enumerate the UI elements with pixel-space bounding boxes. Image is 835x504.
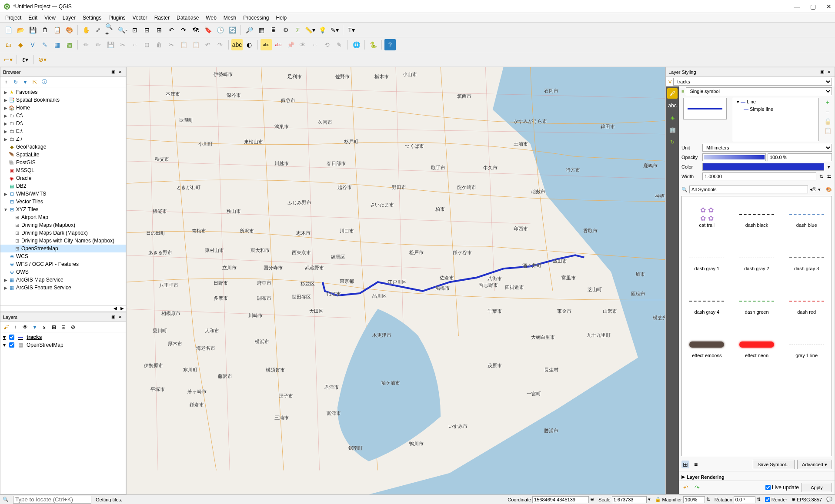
layers-remove-icon[interactable]: ⊘ — [69, 323, 77, 331]
browser-item[interactable]: ◉Oracle — [0, 174, 126, 182]
gallery-grid-view-button[interactable]: ⊞ — [681, 461, 689, 468]
label-button[interactable]: abc — [231, 39, 243, 50]
styling-tab-undo[interactable]: ↻ — [667, 137, 678, 147]
select-features-button[interactable]: ▭▾ — [3, 54, 14, 65]
map-canvas[interactable]: 伊勢崎市足利市佐野市栃木市小山市本庄市深谷市熊谷市筑西市石岡市長瀞町鴻巣市久喜市… — [126, 67, 665, 494]
label-highlight-button[interactable]: abc — [273, 39, 284, 50]
redo-button[interactable]: ↷ — [214, 39, 226, 50]
messages-button[interactable]: 💬 — [826, 497, 832, 502]
pan-button[interactable]: ✋ — [80, 24, 92, 36]
menu-edit[interactable]: Edit — [25, 14, 41, 22]
gallery-item[interactable]: dash gray 3 — [782, 240, 832, 283]
browser-item[interactable]: ◆GeoPackage — [0, 143, 126, 151]
metasearch-button[interactable]: 🌐 — [351, 39, 362, 50]
help-button[interactable]: ? — [384, 39, 396, 50]
browser-dock-button[interactable]: ▣ — [110, 69, 116, 75]
refresh-browser-icon[interactable]: ↻ — [12, 78, 20, 86]
menu-web[interactable]: Web — [202, 14, 220, 22]
delete-button[interactable]: 🗑 — [154, 39, 165, 50]
browser-item[interactable]: ▶🏠Home — [0, 104, 126, 112]
temporal-button[interactable]: 🕓 — [214, 24, 226, 36]
browser-item[interactable]: 🐘PostGIS — [0, 159, 126, 166]
gallery-item[interactable]: effect emboss — [682, 327, 732, 370]
save-project-button[interactable]: 💾 — [27, 24, 38, 36]
symbol-tree[interactable]: ▾ — Line — Simple line — [733, 98, 819, 141]
browser-item[interactable]: ⊕WFS / OGC API - Features — [0, 260, 126, 268]
menu-plugins[interactable]: Plugins — [105, 14, 129, 22]
live-update-checkbox[interactable]: Live update — [765, 484, 799, 491]
browser-item[interactable]: ▶⊞WMS/WMTS — [0, 190, 126, 198]
menu-view[interactable]: View — [41, 14, 59, 22]
node-tool-button[interactable]: ⊡ — [141, 39, 153, 50]
advanced-button[interactable]: Advanced ▾ — [797, 460, 832, 469]
browser-item[interactable]: ▶🗀E:\ — [0, 127, 126, 135]
browser-item[interactable]: ⊕WCS — [0, 252, 126, 260]
select-by-expression-button[interactable]: ε▾ — [20, 54, 31, 65]
browser-item[interactable]: ▶▦ArcGIS Feature Service — [0, 284, 126, 292]
properties-browser-icon[interactable]: ⓘ — [40, 78, 48, 86]
new-mesh-button[interactable]: ▩ — [63, 39, 75, 50]
identify-button[interactable]: 🔎 — [244, 24, 255, 36]
menu-vector[interactable]: Vector — [129, 14, 151, 22]
styling-tab-symbology[interactable]: 🖌 — [667, 88, 678, 99]
zoom-selection-button[interactable]: ⊟ — [141, 24, 153, 36]
layers-expand-icon[interactable]: ⊞ — [50, 323, 58, 331]
gallery-item[interactable]: dash black — [732, 196, 782, 240]
layer-rendering-label[interactable]: Layer Rendering — [687, 474, 725, 480]
new-shapefile-button[interactable]: V — [27, 39, 38, 50]
gallery-item[interactable]: dash gray 4 — [682, 283, 732, 327]
new-map-view-button[interactable]: 🗺 — [190, 24, 201, 36]
new-virtual-layer-button[interactable]: ▦ — [51, 39, 63, 50]
attribute-table-button[interactable]: ▦ — [256, 24, 267, 36]
browser-item[interactable]: ▼⊞XYZ Tiles — [0, 206, 126, 213]
gallery-item[interactable]: gray 1 line — [782, 327, 832, 370]
copy-button[interactable]: 📋 — [178, 39, 189, 50]
new-bookmark-button[interactable]: 🔖 — [202, 24, 214, 36]
change-label-button[interactable]: ✎ — [334, 39, 345, 50]
browser-item[interactable]: ⊞Vector Tiles — [0, 198, 126, 206]
toolbox-button[interactable]: ⚙ — [280, 24, 291, 36]
zoom-layer-button[interactable]: ⊞ — [154, 24, 165, 36]
layout-manager-button[interactable]: 📋 — [51, 24, 63, 36]
annotation-button[interactable]: ✎▾ — [329, 24, 340, 36]
zoom-last-button[interactable]: ↶ — [166, 24, 177, 36]
new-print-layout-button[interactable]: 🗒 — [39, 24, 50, 36]
styling-tab-labels[interactable]: abc — [667, 100, 678, 111]
browser-item[interactable]: ▶▦ArcGIS Map Service — [0, 276, 126, 284]
open-project-button[interactable]: 📂 — [15, 24, 26, 36]
browser-item[interactable]: ▶★Favorites — [0, 88, 126, 96]
save-symbol-button[interactable]: Save Symbol... — [753, 460, 795, 469]
gallery-item[interactable]: dash gray 1 — [682, 240, 732, 283]
menu-settings[interactable]: Settings — [79, 14, 105, 22]
add-symbol-layer-button[interactable]: + — [823, 98, 832, 106]
undo-button[interactable]: ↶ — [202, 39, 214, 50]
save-edits-button[interactable]: ✏ — [93, 39, 104, 50]
gallery-item[interactable]: dash red — [782, 283, 832, 327]
browser-close-button[interactable]: ✕ — [117, 69, 123, 75]
menu-help[interactable]: Help — [273, 14, 291, 22]
width-input[interactable] — [702, 172, 816, 180]
zoom-next-button[interactable]: ↷ — [178, 24, 189, 36]
coordinate-input[interactable] — [532, 496, 589, 503]
gallery-item[interactable]: ✿ ✿✿ ✿cat trail — [682, 196, 732, 240]
layers-expression-icon[interactable]: ε — [40, 323, 48, 331]
pan-to-selection-button[interactable]: ⤢ — [93, 24, 104, 36]
crs-button[interactable]: ⊕EPSG:3857 — [792, 497, 822, 502]
python-button[interactable]: 🐍 — [367, 39, 379, 50]
browser-item[interactable]: ▶🗀Z:\ — [0, 135, 126, 143]
cut-button[interactable]: ✂ — [166, 39, 177, 50]
browser-tree[interactable]: ▶★Favorites▶📑Spatial Bookmarks▶🏠Home▶🗀C:… — [0, 87, 126, 305]
lock-symbol-button[interactable]: 🔒 — [823, 117, 832, 126]
new-scratch-button[interactable]: ✎ — [39, 39, 50, 50]
move-feature-button[interactable]: ↔ — [129, 39, 140, 50]
collapse-browser-icon[interactable]: ⇱ — [31, 78, 39, 86]
layers-dock-button[interactable]: ▣ — [110, 314, 116, 320]
rotation-input[interactable] — [734, 496, 755, 503]
layers-list[interactable]: ▾—tracks▾▤OpenStreetMap — [0, 332, 126, 494]
refresh-button[interactable]: 🔄 — [227, 24, 238, 36]
styling-close-button[interactable]: ✕ — [826, 69, 832, 75]
new-project-button[interactable]: 📄 — [3, 24, 14, 36]
label-config-button[interactable]: abc — [261, 39, 272, 50]
layers-visibility-icon[interactable]: 👁 — [21, 323, 29, 331]
open-datasource-button[interactable]: 🗂 — [3, 39, 14, 50]
